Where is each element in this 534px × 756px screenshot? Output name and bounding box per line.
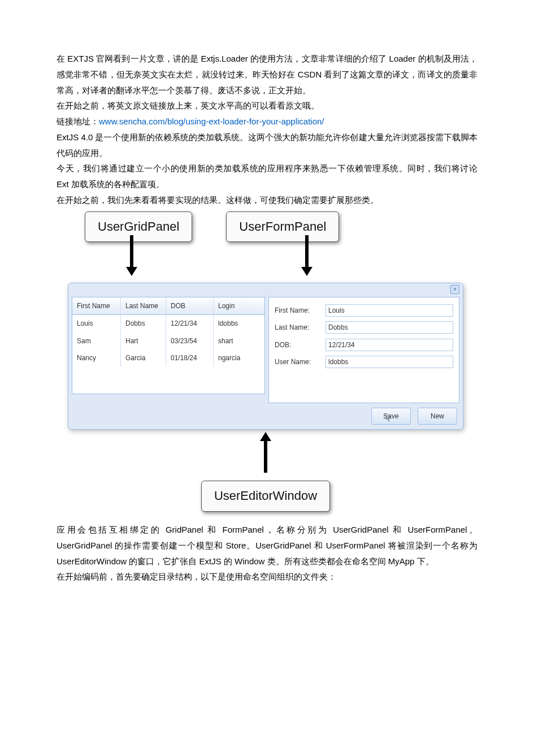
form-row: First Name: bbox=[275, 304, 453, 317]
last-name-input[interactable] bbox=[325, 321, 453, 334]
user-grid-panel: First Name Last Name DOB Login Louis Dob… bbox=[72, 297, 265, 394]
source-link[interactable]: www.sencha.com/blog/using-ext-loader-for… bbox=[99, 116, 324, 126]
document-page: 在 EXTJS 官网看到一片文章，讲的是 Extjs.Loader 的使用方法，… bbox=[0, 0, 534, 756]
table-row[interactable]: Louis Dobbs 12/21/34 ldobbs bbox=[72, 315, 264, 332]
diagram: UserGridPanel UserFormPanel × First Name… bbox=[68, 211, 463, 512]
grid-cell: 12/21/34 bbox=[166, 315, 214, 332]
dob-label: DOB: bbox=[275, 339, 321, 351]
grid-header-cell[interactable]: Last Name bbox=[121, 297, 166, 314]
user-form-panel: First Name: Last Name: DOB: User Name: bbox=[268, 297, 459, 403]
arrow-up-wrap bbox=[68, 432, 463, 473]
paragraph: 应用会包括互相绑定的 GridPanel 和 FormPanel，名称分别为 U… bbox=[57, 522, 477, 569]
grid-cell: ngarcia bbox=[214, 349, 264, 366]
callouts-bottom: UserEditorWindow bbox=[68, 474, 463, 512]
callouts-top: UserGridPanel UserFormPanel bbox=[68, 211, 463, 243]
form-row: User Name: bbox=[275, 356, 453, 368]
user-editor-window: × First Name Last Name DOB Login Louis D… bbox=[68, 283, 463, 430]
arrow-up-icon bbox=[68, 432, 463, 473]
table-row[interactable]: Sam Hart 03/23/54 shart bbox=[72, 332, 264, 349]
window-body: First Name Last Name DOB Login Louis Dob… bbox=[68, 295, 463, 404]
paragraph: 在 EXTJS 官网看到一片文章，讲的是 Extjs.Loader 的使用方法，… bbox=[57, 51, 477, 98]
first-name-input[interactable] bbox=[325, 304, 453, 317]
form-row: Last Name: bbox=[275, 321, 453, 334]
window-toolbar: Save New bbox=[68, 404, 463, 429]
grid-header-row: First Name Last Name DOB Login bbox=[72, 297, 264, 315]
link-prefix: 链接地址： bbox=[57, 116, 99, 126]
paragraph: 在开始之前，将英文原文链接放上来，英文水平高的可以看看原文哦。 bbox=[57, 98, 477, 114]
grid-cell: Louis bbox=[72, 315, 121, 332]
grid-header-cell[interactable]: First Name bbox=[72, 297, 121, 314]
last-name-label: Last Name: bbox=[275, 321, 321, 334]
callout-usergridpanel: UserGridPanel bbox=[85, 211, 192, 243]
first-name-label: First Name: bbox=[275, 304, 321, 317]
close-icon[interactable]: × bbox=[450, 285, 459, 294]
grid-cell: Garcia bbox=[121, 349, 166, 366]
window-titlebar: × bbox=[68, 283, 463, 295]
grid-cell: ldobbs bbox=[214, 315, 264, 332]
grid-cell: Hart bbox=[121, 332, 166, 349]
save-button[interactable]: Save bbox=[371, 408, 411, 425]
table-row[interactable]: Nancy Garcia 01/18/24 ngarcia bbox=[72, 349, 264, 366]
paragraph: 今天，我们将通过建立一个小的使用新的类加载系统的应用程序来熟悉一下依赖管理系统。… bbox=[57, 161, 477, 192]
paragraph: 在开始之前，我们先来看看将要实现的结果。这样做，可使我们确定需要扩展那些类。 bbox=[57, 192, 477, 208]
paragraph: 在开始编码前，首先要确定目录结构，以下是使用命名空间组织的文件夹： bbox=[57, 569, 477, 585]
grid-cell: shart bbox=[214, 332, 264, 349]
grid-header-cell[interactable]: Login bbox=[214, 297, 264, 314]
dob-input[interactable] bbox=[325, 339, 453, 351]
form-row: DOB: bbox=[275, 339, 453, 351]
grid-cell: Sam bbox=[72, 332, 121, 349]
paragraph: ExtJS 4.0 是一个使用新的依赖系统的类加载系统。这两个强大的新功能允许你… bbox=[57, 129, 477, 161]
grid-cell: 03/23/54 bbox=[166, 332, 214, 349]
grid-cell: Nancy bbox=[72, 349, 121, 366]
callout-userformpanel: UserFormPanel bbox=[226, 211, 339, 243]
callout-usereditorwindow: UserEditorWindow bbox=[201, 481, 330, 512]
grid-cell: Dobbs bbox=[121, 315, 166, 332]
grid-cell: 01/18/24 bbox=[166, 349, 214, 366]
link-line: 链接地址：www.sencha.com/blog/using-ext-loade… bbox=[57, 114, 477, 129]
username-input[interactable] bbox=[325, 356, 453, 368]
new-button[interactable]: New bbox=[418, 408, 457, 425]
username-label: User Name: bbox=[275, 356, 321, 368]
grid-header-cell[interactable]: DOB bbox=[166, 297, 214, 314]
